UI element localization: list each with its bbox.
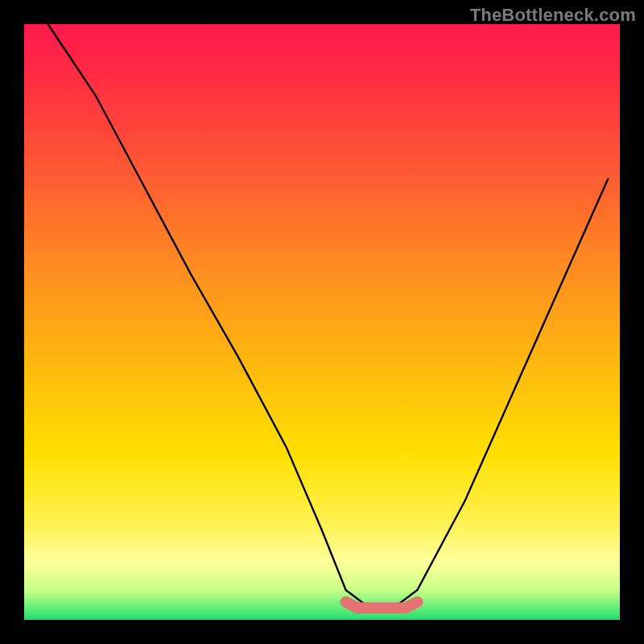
- bottleneck-curve: [48, 24, 609, 608]
- flat-highlight-line: [346, 602, 418, 608]
- chart-svg: [24, 24, 620, 620]
- plot-area: [24, 24, 620, 620]
- chart-frame: TheBottleneck.com: [0, 0, 644, 644]
- watermark-text: TheBottleneck.com: [470, 5, 636, 26]
